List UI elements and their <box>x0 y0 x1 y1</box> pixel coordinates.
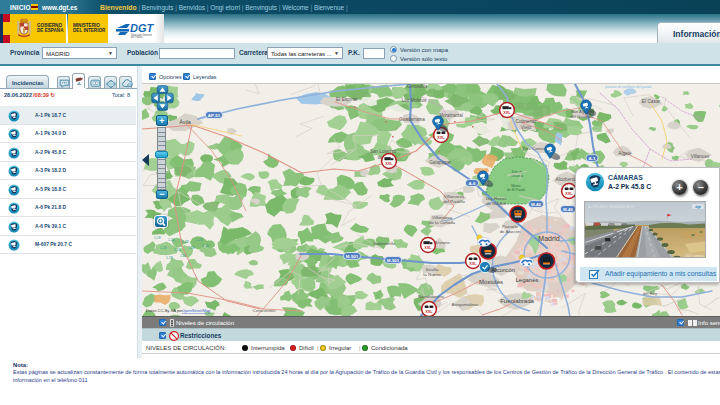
svg-text:M-40: M-40 <box>531 202 542 207</box>
svg-text:Fuenlabrada: Fuenlabrada <box>500 298 534 304</box>
svg-text:El Casar: El Casar <box>642 99 661 104</box>
svg-text:A-1: A-1 <box>588 156 596 161</box>
svg-text:Villanuev: Villanuev <box>691 154 710 159</box>
svg-text:de Alarcón: de Alarcón <box>500 229 521 234</box>
svg-text:Arroyomolinos: Arroyomolinos <box>452 302 479 307</box>
svg-text:Cercedilla: Cercedilla <box>407 84 428 89</box>
svg-text:Tres Cantos: Tres Cantos <box>522 146 547 151</box>
svg-text:1.28: 1.28 <box>154 236 161 240</box>
svg-text:Madrid: Madrid <box>538 235 560 242</box>
svg-text:XXL: XXL <box>424 246 432 250</box>
svg-text:la Nueva: la Nueva <box>423 272 441 277</box>
svg-text:XXL: XXL <box>437 136 445 140</box>
svg-text:Moralzarzal: Moralzarzal <box>439 113 463 118</box>
svg-text:Leganés: Leganés <box>515 277 538 283</box>
svg-text:Datos CC-By-SA por: Datos CC-By-SA por <box>146 308 183 313</box>
svg-text:Navalcarnero: Navalcarnero <box>418 294 445 299</box>
svg-text:Cenicientos: Cenicientos <box>253 308 277 313</box>
svg-text:1.28: 1.28 <box>196 238 203 242</box>
svg-text:1.28: 1.28 <box>174 248 181 252</box>
svg-text:XXL: XXL <box>503 111 511 115</box>
svg-text:XXL: XXL <box>385 162 393 166</box>
svg-text:Viejo: Viejo <box>521 125 532 130</box>
svg-text:del Pardillo: del Pardillo <box>443 199 465 204</box>
svg-text:1.28: 1.28 <box>182 240 189 244</box>
svg-text:de El Pardo: de El Pardo <box>507 188 525 192</box>
svg-text:XXL: XXL <box>565 192 573 196</box>
svg-text:de Madrid: de Madrid <box>486 201 506 206</box>
svg-text:Guadarrama: Guadarrama <box>399 117 425 122</box>
svg-text:Móstoles: Móstoles <box>479 279 503 285</box>
svg-text:OpenStreetMap: OpenStreetMap <box>182 308 211 313</box>
svg-text:1.28: 1.28 <box>166 256 173 260</box>
svg-text:Colmenar: Colmenar <box>516 119 537 124</box>
svg-text:XXL: XXL <box>425 310 433 314</box>
svg-text:del Rey: del Rey <box>643 291 658 296</box>
svg-text:1.28: 1.28 <box>188 246 195 250</box>
svg-text:DGT cámaras: DGT cámaras <box>685 254 704 258</box>
svg-text:A-6: A-6 <box>468 181 476 186</box>
svg-text:Valdemorillo: Valdemorillo <box>373 241 396 246</box>
svg-text:DGT: DGT <box>130 22 155 34</box>
svg-text:San Lorenzo: San Lorenzo <box>370 149 396 154</box>
svg-text:1.28: 1.28 <box>168 238 175 242</box>
svg-text:Los Molinos: Los Molinos <box>402 98 427 103</box>
svg-text:1.28: 1.28 <box>160 246 167 250</box>
svg-text:dgt: dgt <box>695 205 701 209</box>
svg-text:1.28: 1.28 <box>202 244 209 248</box>
svg-text:M-501: M-501 <box>387 258 400 263</box>
svg-text:de la Cañada: de la Cañada <box>429 220 456 225</box>
svg-text:XXL: XXL <box>469 262 477 266</box>
svg-text:El Espinar: El Espinar <box>336 97 358 102</box>
svg-text:AP-51: AP-51 <box>208 113 221 118</box>
svg-text:Algete: Algete <box>618 151 632 156</box>
svg-text:Ávila: Ávila <box>179 119 191 125</box>
svg-text:A-2 PK 45.8 C 28/06/2022 08:3: A-2 PK 45.8 C 28/06/2022 08:39 <box>588 205 634 209</box>
svg-text:M-501: M-501 <box>346 254 359 259</box>
svg-text:Brunete: Brunete <box>434 240 450 245</box>
svg-text:de Tráfico: de Tráfico <box>131 35 143 39</box>
svg-text:pantano de santillana del guar: pantano de santillana del guarda <box>605 85 651 89</box>
svg-text:Galapagar: Galapagar <box>429 160 451 165</box>
svg-text:M-40: M-40 <box>563 207 574 212</box>
